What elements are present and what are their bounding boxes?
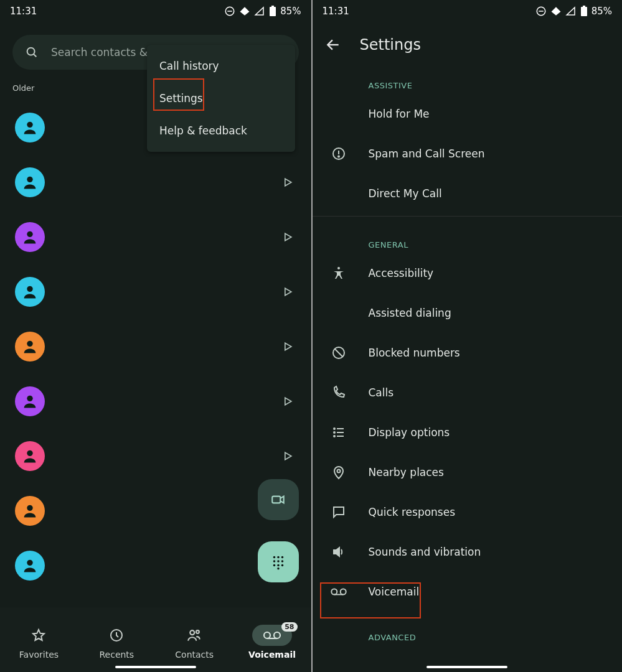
svg-point-6 — [27, 122, 32, 128]
battery-percent: 85% — [591, 6, 612, 17]
svg-point-46 — [338, 156, 339, 157]
svg-point-13 — [27, 341, 32, 347]
svg-line-49 — [334, 349, 342, 357]
back-arrow-icon[interactable] — [325, 37, 341, 53]
play-icon[interactable] — [281, 231, 294, 243]
menu-settings[interactable]: Settings — [147, 82, 295, 114]
settings-row-display-options[interactable]: Display options — [313, 413, 623, 452]
settings-label: Direct My Call — [369, 187, 442, 200]
wifi-icon — [550, 6, 562, 17]
avatar — [15, 277, 45, 307]
nav-voicemail[interactable]: 58 Voicemail — [233, 625, 311, 660]
svg-point-29 — [273, 564, 275, 566]
settings-row-spam-call-screen[interactable]: Spam and Call Screen — [313, 134, 623, 174]
nav-label: Favorites — [19, 650, 59, 660]
play-icon[interactable] — [281, 450, 294, 462]
avatar — [15, 222, 45, 252]
nav-label: Recents — [99, 650, 134, 660]
settings-label: Assisted dialing — [369, 307, 451, 319]
svg-point-26 — [273, 560, 275, 562]
signal-icon — [254, 6, 265, 17]
avatar — [15, 113, 45, 142]
people-icon — [186, 627, 202, 643]
svg-marker-18 — [285, 452, 291, 460]
settings-row-accessibility[interactable]: Accessibility — [313, 253, 623, 293]
menu-call-history[interactable]: Call history — [147, 50, 295, 82]
settings-label: Sounds and vibration — [369, 546, 481, 558]
settings-row-blocked-numbers[interactable]: Blocked numbers — [313, 333, 623, 373]
video-call-fab[interactable] — [258, 479, 299, 520]
volume-icon — [331, 544, 346, 559]
dialpad-fab[interactable] — [258, 541, 299, 582]
search-icon — [25, 45, 39, 59]
contact-row[interactable] — [0, 210, 311, 264]
svg-point-34 — [190, 630, 194, 635]
gesture-handle[interactable] — [115, 666, 196, 668]
settings-label: Display options — [369, 426, 450, 439]
settings-screen: 11:31 85% Settings ASSISTIVE Hold for Me… — [311, 0, 623, 672]
svg-point-23 — [273, 556, 275, 558]
svg-point-25 — [281, 556, 283, 558]
contact-row[interactable] — [0, 319, 311, 374]
overflow-menu: Call history Settings Help & feedback — [147, 45, 295, 152]
svg-point-47 — [337, 267, 340, 269]
nav-contacts[interactable]: Contacts — [156, 625, 233, 660]
svg-point-15 — [27, 396, 32, 401]
dnd-icon — [224, 6, 235, 17]
svg-point-7 — [27, 177, 32, 182]
general-list: Accessibility Assisted dialing Blocked n… — [313, 253, 623, 612]
chat-icon — [331, 505, 346, 520]
status-bar: 11:31 85% — [313, 0, 623, 22]
accessibility-icon — [331, 266, 346, 281]
play-icon[interactable] — [281, 176, 294, 189]
svg-rect-3 — [271, 6, 274, 7]
svg-marker-10 — [285, 233, 291, 241]
svg-marker-14 — [285, 343, 291, 350]
gesture-handle[interactable] — [426, 666, 507, 668]
battery-percent: 85% — [280, 6, 301, 17]
nav-favorites[interactable]: Favorites — [0, 625, 78, 660]
svg-point-58 — [340, 589, 346, 595]
settings-row-nearby-places[interactable]: Nearby places — [313, 452, 623, 492]
clock-icon — [109, 628, 124, 643]
svg-rect-2 — [270, 7, 276, 16]
svg-point-19 — [27, 505, 32, 511]
contact-row[interactable] — [0, 155, 311, 210]
settings-row-quick-responses[interactable]: Quick responses — [313, 492, 623, 532]
settings-row-sounds-vibration[interactable]: Sounds and vibration — [313, 532, 623, 572]
settings-row-voicemail[interactable]: Voicemail — [313, 572, 623, 612]
settings-row-direct-my-call[interactable]: Direct My Call — [313, 174, 623, 213]
svg-point-37 — [274, 632, 280, 638]
play-icon[interactable] — [281, 395, 294, 408]
nav-recents[interactable]: Recents — [78, 625, 156, 660]
alert-circle-icon — [331, 146, 346, 161]
settings-label: Voicemail — [369, 586, 420, 598]
settings-label: Blocked numbers — [369, 347, 460, 359]
settings-row-assisted-dialing[interactable]: Assisted dialing — [313, 293, 623, 333]
settings-row-calls[interactable]: Calls — [313, 373, 623, 413]
svg-point-30 — [277, 564, 279, 566]
status-time: 11:31 — [10, 6, 37, 17]
settings-row-hold-for-me[interactable]: Hold for Me — [313, 94, 623, 134]
svg-point-57 — [331, 589, 337, 595]
contact-row[interactable] — [0, 374, 311, 429]
svg-point-52 — [334, 432, 335, 433]
svg-point-28 — [281, 560, 283, 562]
status-icons: 85% — [535, 6, 612, 17]
battery-icon — [580, 6, 588, 17]
contact-list[interactable] — [0, 98, 311, 593]
block-icon — [331, 345, 346, 360]
menu-help-feedback[interactable]: Help & feedback — [147, 114, 295, 147]
svg-point-4 — [27, 48, 35, 55]
nav-label: Voicemail — [248, 650, 296, 660]
avatar — [15, 167, 45, 197]
voicemail-icon — [263, 629, 281, 642]
contact-row[interactable] — [0, 429, 311, 483]
svg-point-21 — [27, 560, 32, 566]
avatar — [15, 386, 45, 416]
play-icon[interactable] — [281, 340, 294, 353]
section-label-assistive: ASSISTIVE — [313, 60, 623, 94]
play-icon[interactable] — [281, 286, 294, 298]
contact-row[interactable] — [0, 264, 311, 319]
location-icon — [331, 465, 346, 480]
